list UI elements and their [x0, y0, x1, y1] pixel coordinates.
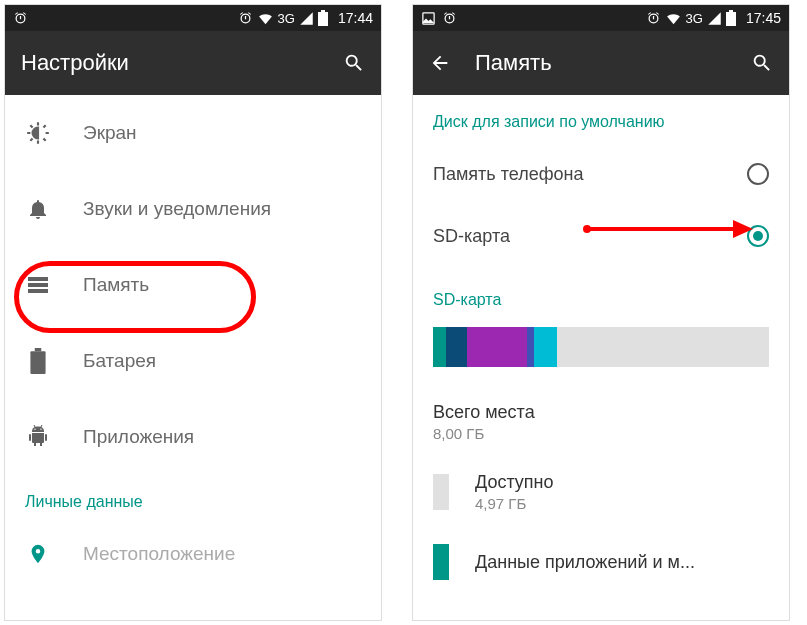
status-bar: 3G 17:45	[413, 5, 789, 31]
app-bar-title: Память	[475, 50, 751, 76]
storage-available-value: 4,97 ГБ	[475, 495, 554, 512]
radio-label: SD-карта	[433, 226, 747, 247]
settings-item-label: Батарея	[83, 350, 156, 372]
svg-rect-0	[318, 12, 328, 26]
bell-icon	[25, 196, 51, 222]
settings-item-location[interactable]: Местоположение	[5, 523, 381, 585]
settings-item-battery[interactable]: Батарея	[5, 323, 381, 399]
storage-segment	[433, 327, 446, 367]
swatch-teal	[433, 544, 449, 580]
back-icon[interactable]	[429, 52, 451, 74]
settings-item-apps[interactable]: Приложения	[5, 399, 381, 475]
settings-item-display[interactable]: Экран	[5, 95, 381, 171]
storage-apps[interactable]: Данные приложений и м...	[413, 527, 789, 597]
wifi-icon	[665, 10, 682, 27]
alarm-icon	[646, 11, 661, 26]
location-icon	[25, 541, 51, 567]
network-label: 3G	[686, 11, 703, 26]
svg-rect-1	[321, 10, 325, 12]
battery-icon	[318, 10, 328, 26]
settings-item-label: Память	[83, 274, 149, 296]
radio-phone-memory[interactable]: Память телефона	[413, 143, 789, 205]
storage-content: Диск для записи по умолчанию Память теле…	[413, 95, 789, 597]
storage-total-value: 8,00 ГБ	[433, 425, 535, 442]
storage-segment	[534, 327, 558, 367]
radio-indicator	[747, 163, 769, 185]
svg-rect-8	[726, 12, 736, 26]
section-header-personal: Личные данные	[5, 475, 381, 523]
settings-item-label: Звуки и уведомления	[83, 198, 271, 220]
storage-available-label: Доступно	[475, 472, 554, 493]
radio-indicator	[747, 225, 769, 247]
app-bar-title: Настройки	[21, 50, 343, 76]
storage-segment	[467, 327, 527, 367]
section-header-default-disk: Диск для записи по умолчанию	[413, 95, 789, 143]
storage-available[interactable]: Доступно 4,97 ГБ	[413, 457, 789, 527]
svg-rect-9	[729, 10, 733, 12]
alarm-icon	[442, 11, 457, 26]
radio-sd-card[interactable]: SD-карта	[413, 205, 789, 267]
storage-icon	[25, 272, 51, 298]
settings-content: Экран Звуки и уведомления Память Батарея…	[5, 95, 381, 585]
settings-item-label: Приложения	[83, 426, 194, 448]
settings-item-label: Местоположение	[83, 543, 235, 565]
settings-item-label: Экран	[83, 122, 137, 144]
storage-usage-bar	[433, 327, 769, 367]
image-icon	[421, 11, 436, 26]
status-time: 17:45	[746, 10, 781, 26]
radio-label: Память телефона	[433, 164, 747, 185]
storage-segment	[446, 327, 466, 367]
app-bar: Память	[413, 31, 789, 95]
search-icon[interactable]	[751, 52, 773, 74]
alarm-icon	[238, 11, 253, 26]
battery-icon	[726, 10, 736, 26]
alarm-icon	[13, 11, 28, 26]
storage-segment	[527, 327, 534, 367]
display-icon	[25, 120, 51, 146]
wifi-icon	[257, 10, 274, 27]
signal-icon	[707, 11, 722, 26]
status-bar: 3G 17:44	[5, 5, 381, 31]
status-time: 17:44	[338, 10, 373, 26]
settings-item-storage[interactable]: Память	[5, 247, 381, 323]
storage-total-label: Всего места	[433, 402, 535, 423]
swatch-grey	[433, 474, 449, 510]
svg-rect-4	[28, 289, 48, 293]
search-icon[interactable]	[343, 52, 365, 74]
storage-apps-label: Данные приложений и м...	[475, 552, 695, 573]
network-label: 3G	[278, 11, 295, 26]
phone-settings: 3G 17:44 Настройки Экран Звуки и ув	[4, 4, 382, 621]
svg-rect-5	[30, 351, 45, 374]
app-bar: Настройки	[5, 31, 381, 95]
svg-rect-6	[35, 348, 42, 351]
storage-total[interactable]: Всего места 8,00 ГБ	[413, 387, 789, 457]
battery-icon	[25, 348, 51, 374]
svg-rect-2	[28, 277, 48, 281]
settings-item-sound[interactable]: Звуки и уведомления	[5, 171, 381, 247]
section-header-sd: SD-карта	[413, 267, 789, 321]
signal-icon	[299, 11, 314, 26]
phone-storage: 3G 17:45 Память Диск для записи по умолч…	[412, 4, 790, 621]
svg-rect-3	[28, 283, 48, 287]
android-icon	[25, 424, 51, 450]
